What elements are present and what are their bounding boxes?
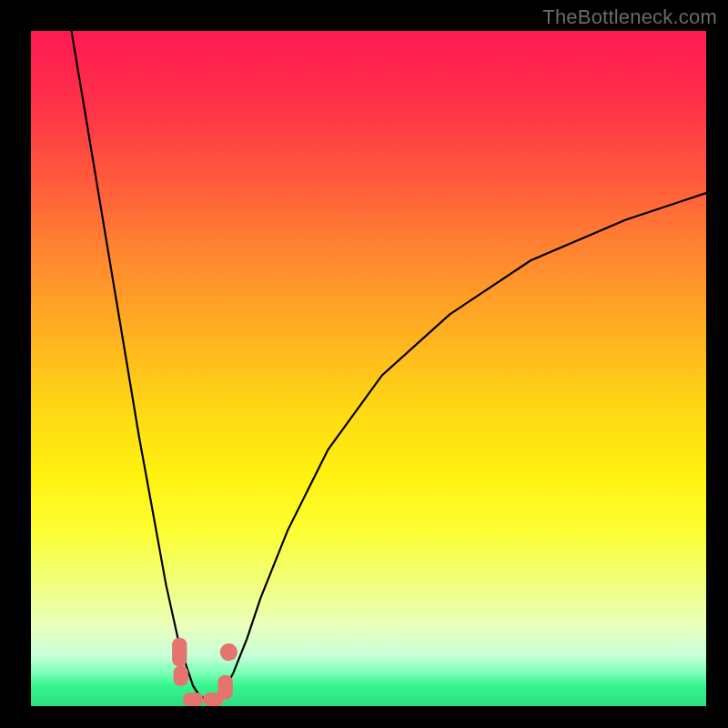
curve-markers bbox=[172, 638, 238, 706]
curve-marker bbox=[174, 666, 188, 686]
plot-area bbox=[31, 31, 706, 706]
curve-marker bbox=[218, 675, 233, 700]
curve-marker bbox=[220, 643, 238, 661]
curve-marker bbox=[172, 638, 187, 666]
chart-frame: TheBottleneck.com bbox=[0, 0, 728, 728]
curve-marker bbox=[183, 693, 203, 706]
bottleneck-curve bbox=[72, 31, 707, 700]
watermark-text: TheBottleneck.com bbox=[542, 5, 717, 29]
chart-overlay bbox=[31, 31, 706, 706]
